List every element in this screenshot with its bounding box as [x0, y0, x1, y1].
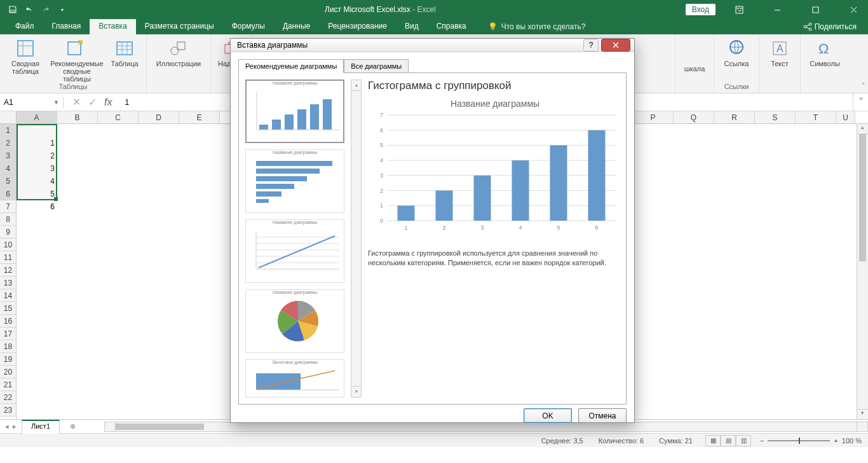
dialog-help-button[interactable]: ?	[583, 39, 599, 52]
zoom-out-icon[interactable]: −	[760, 437, 764, 445]
cell-A3[interactable]: 3	[17, 162, 57, 175]
undo-icon[interactable]	[22, 2, 37, 17]
dialog-close-button[interactable]	[601, 39, 630, 52]
row-21[interactable]: 21	[0, 378, 16, 391]
tab-home[interactable]: Главная	[43, 19, 90, 34]
dialog-tab-all[interactable]: Все диаграммы	[344, 59, 409, 73]
ok-button[interactable]: OK	[524, 408, 572, 423]
col-S[interactable]: S	[755, 111, 796, 123]
collapse-ribbon-icon[interactable]: ˄	[849, 34, 868, 93]
row-11[interactable]: 11	[0, 251, 16, 264]
name-box[interactable]: A1 ▼	[0, 97, 64, 108]
col-Q[interactable]: Q	[674, 111, 714, 123]
zoom-percent[interactable]: 100 %	[842, 437, 862, 445]
sheet-prev-icon[interactable]: ◂	[5, 422, 9, 431]
row-4[interactable]: 4	[0, 162, 16, 175]
cancel-button[interactable]: Отмена	[578, 408, 627, 423]
row-10[interactable]: 10	[0, 238, 16, 251]
row-7[interactable]: 7	[0, 200, 16, 213]
col-B[interactable]: B	[57, 111, 98, 123]
tab-view[interactable]: Вид	[396, 19, 428, 34]
row-18[interactable]: 18	[0, 340, 16, 353]
row-13[interactable]: 13	[0, 277, 16, 289]
cell-A4[interactable]: 4	[17, 175, 57, 188]
login-button[interactable]: Вход	[686, 4, 715, 15]
tab-formulas[interactable]: Формулы	[223, 19, 274, 34]
col-T[interactable]: T	[796, 111, 836, 123]
text-button[interactable]: A Текст	[766, 37, 794, 67]
zoom-slider[interactable]	[768, 440, 830, 441]
cell-A2[interactable]: 2	[17, 149, 57, 162]
row-19[interactable]: 19	[0, 353, 16, 366]
thumbnail-pie-chart[interactable]: Название диаграммы	[245, 289, 344, 353]
tab-review[interactable]: Рецензирование	[319, 19, 396, 34]
col-U[interactable]: U	[836, 111, 855, 123]
redo-icon[interactable]	[38, 2, 53, 17]
row-17[interactable]: 17	[0, 328, 16, 340]
select-all-corner[interactable]	[0, 111, 17, 124]
row-3[interactable]: 3	[0, 149, 16, 162]
sheet-next-icon[interactable]: ▸	[13, 422, 17, 431]
table-button[interactable]: Таблица	[109, 37, 140, 83]
zoom-in-icon[interactable]: +	[834, 437, 837, 445]
row-5[interactable]: 5	[0, 175, 16, 188]
cell-A5[interactable]: 5	[17, 188, 57, 200]
row-22[interactable]: 22	[0, 391, 16, 404]
view-normal-icon[interactable]: ▦	[705, 435, 721, 446]
row-1[interactable]: 1	[0, 124, 16, 137]
qat-dropdown-icon[interactable]: ▾	[55, 2, 70, 17]
add-sheet-button[interactable]: ⊕	[66, 420, 79, 433]
thumbnail-column-chart[interactable]: Название диаграммы	[245, 79, 344, 143]
cell-A1[interactable]: 1	[17, 137, 57, 149]
close-button[interactable]	[839, 0, 868, 19]
illustrations-button[interactable]: Иллюстрации	[153, 37, 204, 67]
row-9[interactable]: 9	[0, 226, 16, 238]
view-pagelayout-icon[interactable]: ▤	[721, 435, 736, 446]
share-button[interactable]: Поделиться	[803, 19, 857, 34]
ribbon-mode-icon[interactable]	[724, 0, 754, 19]
col-C[interactable]: C	[98, 111, 139, 123]
row-8[interactable]: 8	[0, 213, 16, 226]
row-6[interactable]: 6	[0, 188, 16, 200]
row-23[interactable]: 23	[0, 404, 16, 417]
col-D[interactable]: D	[139, 111, 179, 123]
sheet-tab[interactable]: Лист1	[22, 420, 60, 434]
cancel-icon[interactable]: ✕	[72, 96, 81, 108]
symbols-button[interactable]: Ω Символы	[807, 37, 843, 67]
maximize-button[interactable]	[801, 0, 830, 19]
row-14[interactable]: 14	[0, 289, 16, 302]
col-R[interactable]: R	[714, 111, 755, 123]
tab-file[interactable]: Файл	[6, 19, 43, 34]
dialog-tab-recommended[interactable]: Рекомендуемые диаграммы	[238, 59, 344, 73]
link-button[interactable]: Ссылка	[721, 37, 752, 67]
thumbnail-bar-chart[interactable]: Название диаграммы	[245, 149, 344, 213]
tab-data[interactable]: Данные	[274, 19, 319, 34]
enter-icon[interactable]: ✓	[88, 96, 97, 108]
fx-icon[interactable]: fx	[104, 97, 112, 108]
pivot-table-button[interactable]: Сводная таблица	[6, 37, 44, 83]
tab-insert[interactable]: Вставка	[90, 19, 136, 34]
tell-me[interactable]: 💡 Что вы хотите сделать?	[488, 19, 586, 34]
col-E[interactable]: E	[179, 111, 220, 123]
view-pagebreak-icon[interactable]: ▥	[736, 435, 751, 446]
scale-fragment[interactable]: шкала	[682, 37, 707, 73]
row-20[interactable]: 20	[0, 366, 16, 378]
thumbnails-scrollbar[interactable]	[351, 79, 362, 397]
row-16[interactable]: 16	[0, 315, 16, 328]
thumbnail-line-chart[interactable]: Название диаграммы	[245, 219, 344, 283]
recommended-pivot-button[interactable]: Рекомендуемые сводные таблицы	[48, 37, 105, 83]
tab-pagelayout[interactable]: Разметка страницы	[136, 19, 223, 34]
tab-help[interactable]: Справка	[428, 19, 475, 34]
thumbnail-combo-chart[interactable]: Заголовок диаграммы	[245, 359, 344, 397]
row-12[interactable]: 12	[0, 264, 16, 277]
chevron-down-icon[interactable]: ▼	[53, 99, 59, 106]
minimize-button[interactable]	[763, 0, 792, 19]
formula-expand-icon[interactable]: ˅	[853, 93, 868, 111]
save-icon[interactable]	[5, 2, 20, 17]
row-15[interactable]: 15	[0, 302, 16, 315]
dialog-titlebar[interactable]: Вставка диаграммы ?	[231, 39, 634, 52]
row-2[interactable]: 2	[0, 137, 16, 149]
col-P[interactable]: P	[633, 111, 674, 123]
vertical-scrollbar[interactable]: ▴ ▾	[857, 124, 868, 419]
col-A[interactable]: A	[17, 111, 57, 123]
